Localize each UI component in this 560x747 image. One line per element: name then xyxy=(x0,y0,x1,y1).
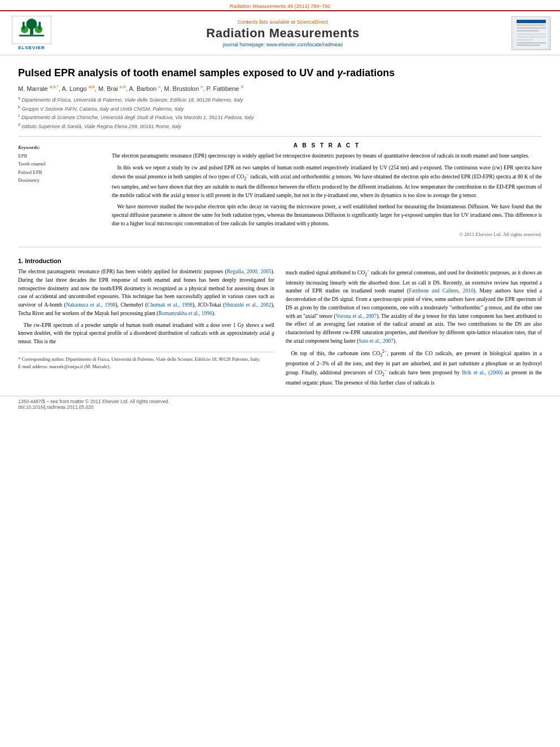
affiliations: a Dipartimento di Fisica, Università di … xyxy=(18,95,542,130)
keyword-pulsed: Pulsed EPR xyxy=(18,168,103,176)
intro-right-column: much studied signal attributed to CO2− r… xyxy=(286,268,542,390)
affiliation-d: d Istituto Superiore di Sanità, Viale Re… xyxy=(18,122,542,131)
journal-thumbnail xyxy=(511,16,551,50)
divider-1 xyxy=(18,136,542,137)
svg-rect-13 xyxy=(517,36,546,38)
svg-rect-9 xyxy=(517,24,546,26)
abstract-p2: In this work we report a study by cw and… xyxy=(112,164,542,199)
svg-rect-5 xyxy=(23,22,25,29)
keyword-tooth: Tooth enamel xyxy=(18,160,103,168)
keyword-epr: EPR xyxy=(18,152,103,160)
svg-rect-15 xyxy=(517,42,546,43)
abstract-section: Keywords: EPR Tooth enamel Pulsed EPR Do… xyxy=(18,142,542,239)
footnote-email: E-mail address: marrale@unipa.it (M. Mar… xyxy=(18,363,274,370)
elsevier-logo: ELSEVIER xyxy=(9,16,54,50)
main-content: Pulsed EPR analysis of tooth enamel samp… xyxy=(0,67,560,390)
svg-rect-8 xyxy=(517,20,546,23)
footer: 1350-4487/$ – see front matter © 2011 El… xyxy=(0,396,560,412)
svg-rect-12 xyxy=(517,33,546,35)
affiliation-b: b Gruppo V Sezione INFN, Catania, Italy … xyxy=(18,104,542,113)
intro-left-column: The electron paramagnetic resonance (EPR… xyxy=(18,268,274,390)
affiliation-a: a Dipartimento di Fisica, Università di … xyxy=(18,95,542,104)
keywords-title: Keywords: xyxy=(18,145,103,150)
keyword-dosimetry: Dosimetry xyxy=(18,176,103,184)
copyright: © 2011 Elsevier Ltd. All rights reserved… xyxy=(112,231,542,239)
journal-homepage: journal homepage: www.elsevier.com/locat… xyxy=(59,42,507,47)
intro-columns: The electron paramagnetic resonance (EPR… xyxy=(18,268,542,390)
svg-point-3 xyxy=(21,25,28,33)
intro-p2: The cw-EPR spectrum of a powder sample o… xyxy=(18,321,274,346)
abstract-title: A B S T R A C T xyxy=(112,142,542,148)
divider-2 xyxy=(18,247,542,247)
section-title-intro: 1. Introduction xyxy=(18,257,542,264)
footer-issn: 1350-4487/$ – see front matter © 2011 El… xyxy=(18,399,542,404)
affiliation-c: c Dipartimento di Scienze Chimiche, Univ… xyxy=(18,113,542,122)
abstract-p3: We have moreover studied the two-pulse e… xyxy=(112,203,542,228)
header-center: Contents lists available at ScienceDirec… xyxy=(59,19,507,47)
abstract-body: The electron paramagnetic resonance (EPR… xyxy=(112,152,542,239)
intro-r-p2: On top of this, the carbonate ions CO32−… xyxy=(286,348,542,387)
authors: M. Marrale a,b,*, A. Longo a,b, M. Brai … xyxy=(18,84,542,92)
svg-rect-10 xyxy=(517,27,546,29)
keywords-section: Keywords: EPR Tooth enamel Pulsed EPR Do… xyxy=(18,142,103,239)
svg-rect-14 xyxy=(517,39,533,41)
svg-rect-0 xyxy=(19,35,44,37)
elsevier-text: ELSEVIER xyxy=(18,45,45,50)
abstract-p1: The electron paramagnetic resonance (EPR… xyxy=(112,152,542,160)
footer-doi: doi:10.1016/j.radmeas.2011.05.020 xyxy=(18,404,542,410)
intro-right-text: much studied signal attributed to CO2− r… xyxy=(286,268,542,387)
sciencedirect-link: Contents lists available at ScienceDirec… xyxy=(59,19,507,25)
intro-left-text: The electron paramagnetic resonance (EPR… xyxy=(18,268,274,346)
footnotes: * Corresponding author. Dipartimento di … xyxy=(18,352,274,370)
journal-title: Radiation Measurements xyxy=(59,26,507,41)
journal-reference: Radiation Measurements 46 (2011) 789–792 xyxy=(0,0,560,10)
footnote-corresponding: * Corresponding author. Dipartimento di … xyxy=(18,356,274,363)
intro-r-p1: much studied signal attributed to CO2− r… xyxy=(286,268,542,345)
svg-rect-6 xyxy=(38,22,41,29)
svg-rect-16 xyxy=(517,45,540,46)
abstract-text-section: A B S T R A C T The electron paramagneti… xyxy=(112,142,542,239)
svg-rect-11 xyxy=(517,30,539,32)
article-title: Pulsed EPR analysis of tooth enamel samp… xyxy=(18,67,542,80)
journal-header: ELSEVIER Contents lists available at Sci… xyxy=(0,10,560,55)
introduction-section: 1. Introduction The electron paramagneti… xyxy=(18,257,542,390)
intro-p1: The electron paramagnetic resonance (EPR… xyxy=(18,268,274,317)
